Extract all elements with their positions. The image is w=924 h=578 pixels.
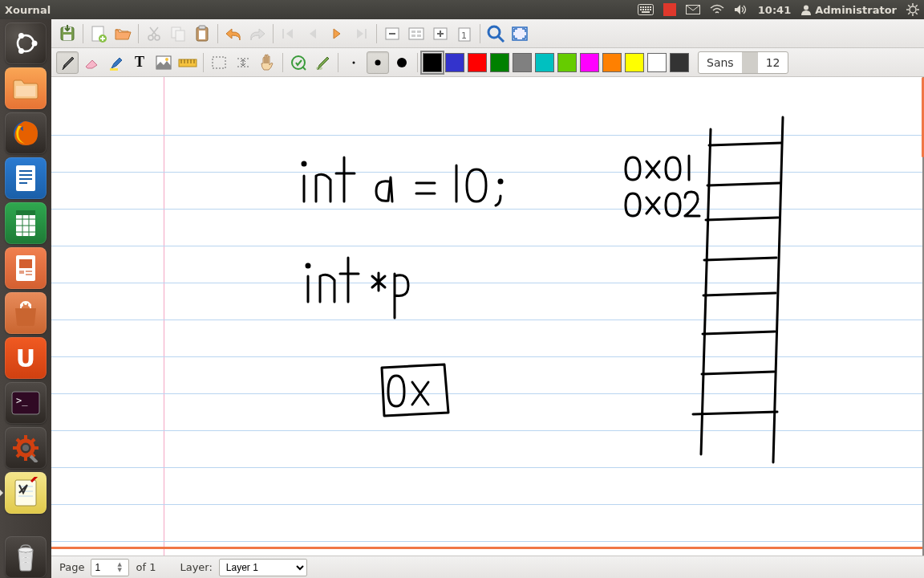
launcher-firefox[interactable] [5,112,47,154]
page[interactable] [51,77,922,556]
recording-indicator[interactable] [659,0,681,19]
color-white[interactable] [647,53,667,72]
default-tool-button[interactable] [311,51,334,74]
layer-select[interactable]: Layer 1 [219,559,307,576]
select-region-button[interactable] [232,51,254,74]
shape-recognizer-button[interactable] [287,51,310,74]
open-button[interactable] [111,22,134,45]
xournal-app: 1 T Sans [51,19,924,578]
launcher-dash[interactable] [5,22,47,64]
svg-line-20 [916,13,918,14]
user-menu[interactable]: Administrator [796,0,902,19]
svg-point-97 [165,58,168,61]
launcher-terminal[interactable]: >_ [5,382,47,424]
mail-indicator[interactable] [681,0,705,19]
clock[interactable]: 10:41 [753,0,796,19]
spinner-arrows[interactable]: ▲▼ [117,560,127,575]
page-width-button[interactable] [405,22,428,45]
color-red[interactable] [468,53,487,72]
sound-indicator[interactable] [729,0,753,19]
svg-point-48 [28,303,31,307]
font-selector[interactable]: Sans 12 [698,51,788,74]
text-icon: T [135,54,144,71]
svg-point-114 [306,264,310,267]
launcher-ubuntu-one[interactable]: U [5,337,47,379]
color-green[interactable] [490,53,509,72]
color-blue[interactable] [445,53,464,72]
normal-size-icon: 1 [456,26,472,42]
next-page-button[interactable] [326,22,348,45]
session-menu[interactable] [902,0,924,19]
handwriting-layer [51,77,924,556]
color-lime[interactable] [557,53,577,72]
thickness-fine-button[interactable] [342,51,365,74]
keyboard-indicator[interactable] [633,0,659,19]
eraser-icon [83,55,100,70]
ubuntu-one-icon: U [16,344,35,372]
fullscreen-button[interactable] [509,22,531,45]
first-page-button[interactable] [278,22,300,45]
find-button[interactable] [484,22,507,45]
launcher-calc[interactable] [5,202,47,244]
svg-rect-86 [417,35,421,37]
zoom-out-button[interactable] [381,22,403,45]
page-label: Page [59,561,84,573]
redo-button[interactable] [246,22,269,45]
color-darkgray[interactable] [670,53,689,72]
svg-rect-68 [63,35,71,40]
canvas-area[interactable] [51,77,924,556]
launcher-impress[interactable] [5,247,47,289]
text-tool-button[interactable]: T [128,51,151,74]
ruler-tool-button[interactable] [176,51,199,74]
copy-button[interactable] [167,22,189,45]
last-icon [353,27,369,40]
thickness-thick-button[interactable] [391,51,413,74]
launcher-xournal[interactable] [5,472,47,514]
toolbar-main: 1 [51,19,924,48]
undo-button[interactable] [222,22,245,45]
page-break-indicator [51,547,922,549]
zoom-in-icon [432,26,448,41]
page-input[interactable] [95,562,114,573]
next-icon [329,27,345,40]
launcher-writer[interactable] [5,157,47,199]
hand-icon [259,54,275,71]
select-rect-button[interactable] [208,51,230,74]
color-magenta[interactable] [580,53,599,72]
highlighter-tool-button[interactable] [104,51,127,74]
color-yellow[interactable] [625,53,644,72]
zoom-in-button[interactable] [429,22,452,45]
hand-tool-button[interactable] [256,51,278,74]
cut-button[interactable] [143,22,165,45]
svg-point-110 [375,59,381,65]
image-tool-button[interactable] [152,51,175,74]
paste-button[interactable] [191,22,213,45]
last-page-button[interactable] [350,22,372,45]
svg-line-93 [498,36,504,42]
svg-rect-77 [199,31,205,39]
wifi-icon [710,4,724,15]
svg-rect-7 [642,9,644,10]
new-button[interactable] [87,22,110,45]
svg-rect-76 [199,26,205,29]
svg-point-47 [24,302,27,305]
top-panel: Xournal 10:41 Administrator [0,0,924,19]
launcher-settings[interactable] [5,427,47,469]
network-indicator[interactable] [705,0,729,19]
redo-icon [248,26,267,41]
save-button[interactable] [56,22,79,45]
normal-size-button[interactable]: 1 [453,22,476,45]
launcher-files[interactable] [5,67,47,109]
launcher-trash[interactable] [5,536,47,578]
launcher-software-center[interactable] [5,292,47,334]
svg-point-25 [18,33,24,39]
prev-page-button[interactable] [302,22,324,45]
color-black[interactable] [423,53,442,72]
page-spinner[interactable]: ▲▼ [91,559,129,576]
thickness-medium-button[interactable] [367,51,389,74]
color-cyan[interactable] [535,53,554,72]
color-gray[interactable] [513,53,532,72]
eraser-tool-button[interactable] [80,51,103,74]
pen-tool-button[interactable] [56,51,79,74]
color-orange[interactable] [602,53,622,72]
